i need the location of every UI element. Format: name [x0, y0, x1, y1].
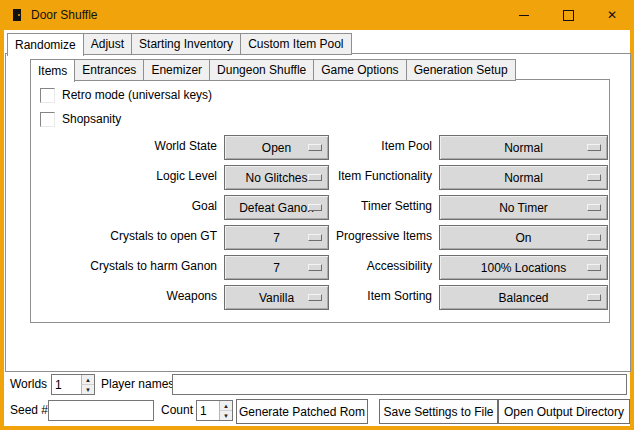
form-row: Crystals to open GT 7 Progressive Items … [31, 225, 609, 248]
titlebar[interactable]: Door Shuffle ✕ [0, 0, 634, 30]
tab-starting-inventory[interactable]: Starting Inventory [131, 33, 241, 55]
timer-setting-dropdown[interactable]: No Timer [439, 195, 608, 220]
tab-randomize[interactable]: Randomize [7, 33, 84, 56]
tab-dungeon-shuffle[interactable]: Dungeon Shuffle [209, 59, 314, 81]
spinner-down-icon[interactable]: ▼ [219, 411, 232, 420]
worlds-label: Worlds [10, 374, 47, 395]
minimize-button[interactable] [502, 0, 546, 30]
form-row: Crystals to harm Ganon 7 Accessibility 1… [31, 255, 609, 278]
tab-game-options[interactable]: Game Options [313, 59, 406, 81]
seed-input[interactable] [48, 400, 154, 421]
timer-setting-value: No Timer [499, 201, 548, 215]
item-pool-dropdown[interactable]: Normal [439, 135, 608, 160]
item-sorting-value: Balanced [498, 291, 548, 305]
maximize-icon [563, 10, 574, 21]
item-sorting-dropdown[interactable]: Balanced [439, 285, 608, 310]
weapons-label: Weapons [31, 285, 217, 308]
tab-enemizer[interactable]: Enemizer [143, 59, 210, 81]
count-input[interactable] [197, 401, 219, 420]
inner-tab-bar: Items Entrances Enemizer Dungeon Shuffle… [30, 59, 515, 81]
spinner-up-icon[interactable]: ▲ [219, 401, 232, 411]
accessibility-label: Accessibility [246, 255, 432, 278]
item-functionality-value: Normal [504, 171, 543, 185]
accessibility-dropdown[interactable]: 100% Locations [439, 255, 608, 280]
generate-patched-rom-button[interactable]: Generate Patched Rom [236, 399, 368, 424]
minimize-icon [519, 15, 529, 16]
count-spinner[interactable]: ▲ ▼ [196, 400, 233, 421]
worlds-spinner[interactable]: ▲ ▼ [51, 374, 95, 395]
shopsanity-label: Shopsanity [62, 112, 121, 126]
dropdown-indicator-icon [587, 234, 601, 241]
app-icon [10, 8, 24, 22]
open-output-directory-button[interactable]: Open Output Directory [498, 399, 630, 424]
window-title: Door Shuffle [31, 8, 98, 22]
save-settings-button[interactable]: Save Settings to File [379, 399, 498, 424]
close-button[interactable]: ✕ [590, 0, 634, 30]
logic-level-label: Logic Level [31, 165, 217, 188]
item-functionality-dropdown[interactable]: Normal [439, 165, 608, 190]
tab-adjust[interactable]: Adjust [83, 33, 132, 55]
progressive-items-label: Progressive Items [246, 225, 432, 248]
client-area: Randomize Adjust Starting Inventory Cust… [4, 30, 630, 426]
world-state-label: World State [31, 135, 217, 158]
shopsanity-row: Shopsanity [40, 112, 121, 126]
dropdown-indicator-icon [587, 294, 601, 301]
progressive-items-value: On [515, 231, 531, 245]
form-row: Goal Defeat Ganon Timer Setting No Timer [31, 195, 609, 218]
window-controls: ✕ [502, 0, 634, 30]
retro-mode-checkbox[interactable] [40, 88, 55, 103]
spinner-down-icon[interactable]: ▼ [81, 385, 94, 394]
item-pool-label: Item Pool [246, 135, 432, 158]
worlds-spinner-arrows: ▲ ▼ [81, 375, 94, 394]
seed-label: Seed # [10, 400, 48, 421]
accessibility-value: 100% Locations [481, 261, 566, 275]
tab-items[interactable]: Items [30, 59, 75, 82]
worlds-input[interactable] [52, 375, 81, 394]
tab-generation-setup[interactable]: Generation Setup [406, 59, 516, 81]
item-functionality-label: Item Functionality [246, 165, 432, 188]
form-row: Weapons Vanilla Item Sorting Balanced [31, 285, 609, 308]
tab-entrances[interactable]: Entrances [74, 59, 144, 81]
randomize-panel: Items Entrances Enemizer Dungeon Shuffle… [5, 53, 631, 372]
progressive-items-dropdown[interactable]: On [439, 225, 608, 250]
tab-custom-item-pool[interactable]: Custom Item Pool [240, 33, 351, 55]
item-sorting-label: Item Sorting [246, 285, 432, 308]
close-icon: ✕ [607, 9, 617, 21]
dropdown-indicator-icon [587, 144, 601, 151]
shopsanity-checkbox[interactable] [40, 112, 55, 127]
form-row: Logic Level No Glitches Item Functionali… [31, 165, 609, 188]
dropdown-indicator-icon [587, 204, 601, 211]
timer-setting-label: Timer Setting [246, 195, 432, 218]
item-pool-value: Normal [504, 141, 543, 155]
outer-tab-bar: Randomize Adjust Starting Inventory Cust… [7, 33, 351, 55]
player-names-input[interactable] [172, 374, 627, 395]
player-names-label: Player names [101, 374, 174, 395]
crystals-open-gt-label: Crystals to open GT [31, 225, 217, 248]
form-row: World State Open Item Pool Normal [31, 135, 609, 158]
spinner-up-icon[interactable]: ▲ [81, 375, 94, 385]
count-label: Count [161, 400, 193, 421]
retro-mode-row: Retro mode (universal keys) [40, 88, 212, 102]
dropdown-indicator-icon [587, 174, 601, 181]
goal-label: Goal [31, 195, 217, 218]
window: Door Shuffle ✕ Randomize Adjust Starting… [0, 0, 634, 430]
maximize-button[interactable] [546, 0, 590, 30]
items-panel: Retro mode (universal keys) Shopsanity W… [30, 79, 610, 323]
dropdown-indicator-icon [587, 264, 601, 271]
count-spinner-arrows: ▲ ▼ [219, 401, 232, 420]
retro-mode-label: Retro mode (universal keys) [62, 88, 212, 102]
crystals-harm-ganon-label: Crystals to harm Ganon [31, 255, 217, 278]
